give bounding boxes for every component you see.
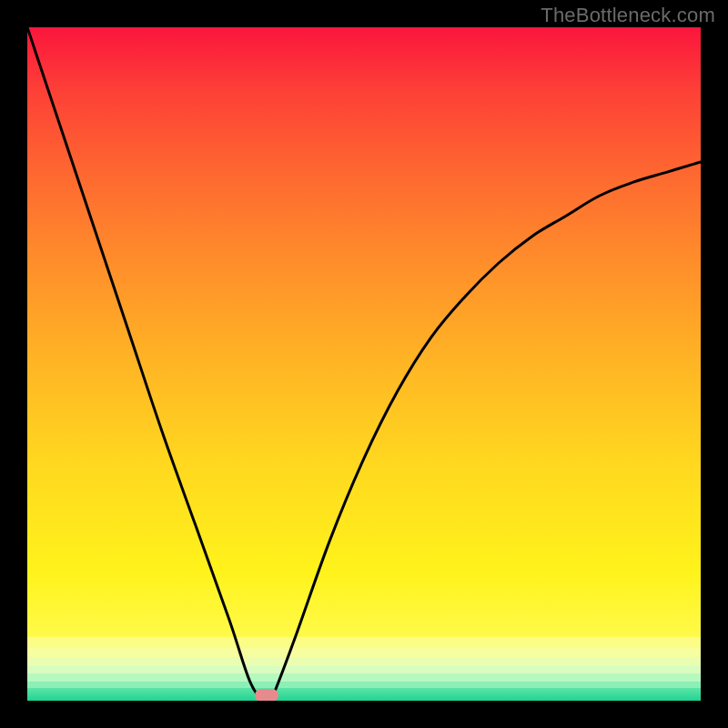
curve-svg: [27, 27, 701, 701]
minimum-marker: [255, 689, 278, 701]
bottleneck-curve: [27, 27, 701, 701]
plot-area: [27, 27, 701, 701]
attribution-text: TheBottleneck.com: [541, 4, 715, 27]
chart-frame: TheBottleneck.com: [0, 0, 728, 728]
